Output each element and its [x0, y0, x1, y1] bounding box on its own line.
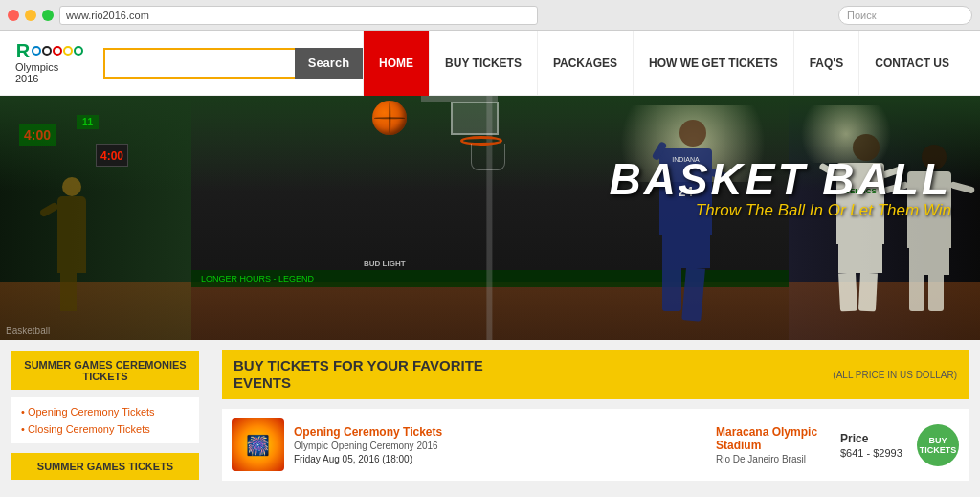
ticket-row: 🎆 Opening Ceremony Tickets Olympic Openi… — [222, 409, 969, 481]
logo-area: R Olympics 2016 — [15, 41, 84, 84]
basketball-ball — [372, 101, 407, 135]
browser-max-btn[interactable] — [42, 10, 54, 21]
browser-min-btn[interactable] — [25, 10, 36, 21]
sidebar: SUMMER GAMES CEREMONIES TICKETS Opening … — [0, 340, 211, 497]
scoreboard-panel: 4:00 — [19, 124, 56, 146]
ticket-price-col: Price $641 - $2993 — [840, 432, 907, 459]
ticket-thumbnail: 🎆 — [232, 418, 284, 471]
sidebar-section-1: SUMMER GAMES CEREMONIES TICKETS — [11, 351, 199, 390]
ticket-date: Friday Aug 05, 2016 (18:00) — [294, 454, 706, 464]
tickets-header: BUY TICKETS FOR YOUR FAVORITE EVENTS (AL… — [222, 350, 969, 399]
sidebar-link-closing[interactable]: Closing Ceremony Tickets — [21, 420, 189, 438]
logo-icon: R Olympics 2016 — [15, 41, 84, 84]
bud-light-sign: BUD LIGHT — [364, 260, 406, 268]
tickets-price-note: (ALL PRICE IN US DOLLAR) — [833, 370, 957, 380]
site-header: R Olympics 2016 Search HOME — [0, 31, 980, 96]
hero-title: BASKET BALL — [609, 153, 951, 205]
hoop-net — [471, 144, 505, 170]
player-left — [57, 196, 86, 311]
ticket-info: Opening Ceremony Tickets Olympic Opening… — [294, 425, 706, 464]
search-button[interactable]: Search — [295, 48, 363, 79]
ring-green — [74, 46, 83, 56]
browser-search-bar[interactable]: Поиск — [838, 6, 972, 25]
sport-label: Basketball — [6, 326, 50, 336]
ticket-price-label: Price — [840, 432, 907, 445]
sidebar-link-opening[interactable]: Opening Ceremony Tickets — [21, 403, 189, 420]
search-area: Search — [103, 48, 363, 79]
hero-banner: 4:00 LONGER HOURS - LEGEND BUD LIGHT 24 — [0, 96, 980, 340]
sidebar-links: Opening Ceremony Tickets Closing Ceremon… — [11, 397, 199, 443]
ticket-venue-sub: Rio De Janeiro Brasil — [716, 454, 831, 464]
logo-year: Olympics 2016 — [15, 61, 84, 84]
ticket-price-range: $641 - $2993 — [840, 447, 907, 459]
search-input[interactable] — [103, 48, 295, 79]
browser-url-bar[interactable]: www.rio2016.com — [59, 6, 538, 25]
score-display: 4:00 — [96, 144, 128, 167]
ring-blue — [32, 46, 41, 56]
nav-item-how-we-get-tickets[interactable]: HOW WE GET TICKETS — [633, 31, 793, 96]
player-indiana-24: 24 INDIANA — [673, 120, 712, 321]
bottom-content: SUMMER GAMES CEREMONIES TICKETS Opening … — [0, 340, 980, 497]
browser-search-text: Поиск — [847, 10, 876, 21]
ring-black — [42, 46, 52, 56]
browser-url-text: www.rio2016.com — [66, 10, 149, 21]
sidebar-section-2: SUMMER GAMES TICKETS — [11, 453, 199, 480]
browser-close-btn[interactable] — [8, 10, 19, 21]
nav-item-home[interactable]: HOME — [363, 31, 429, 96]
olympic-rings — [32, 46, 83, 56]
nav-item-buy-tickets[interactable]: BUY TICKETS — [429, 31, 537, 96]
nav-item-faqs[interactable]: FAQ'S — [793, 31, 859, 96]
main-nav: HOME BUY TICKETS PACKAGES HOW WE GET TIC… — [363, 31, 965, 96]
buy-tickets-button[interactable]: BUY TICKETS — [917, 424, 959, 466]
main-tickets: BUY TICKETS FOR YOUR FAVORITE EVENTS (AL… — [211, 340, 980, 497]
ring-red — [53, 46, 62, 56]
hero-text-area: BASKET BALL Throw The Ball In Or Let The… — [609, 153, 951, 220]
ticket-desc: Olympic Opening Ceremony 2016 — [294, 441, 706, 451]
logo-rio-letter: R — [16, 41, 30, 60]
ticket-fireworks-icon: 🎆 — [246, 434, 270, 457]
ticket-venue: Maracana Olympic Stadium Rio De Janeiro … — [716, 425, 831, 464]
ring-yellow — [63, 46, 73, 56]
nav-item-packages[interactable]: PACKAGES — [537, 31, 633, 96]
scoreboard-2: 11 — [77, 115, 99, 129]
ticket-name: Opening Ceremony Tickets — [294, 425, 706, 439]
hoop-backboard — [451, 102, 499, 135]
nav-item-contact-us[interactable]: CONTACT US — [858, 31, 965, 96]
tickets-title: BUY TICKETS FOR YOUR FAVORITE EVENTS — [234, 357, 521, 392]
browser-chrome: www.rio2016.com Поиск — [0, 0, 980, 31]
